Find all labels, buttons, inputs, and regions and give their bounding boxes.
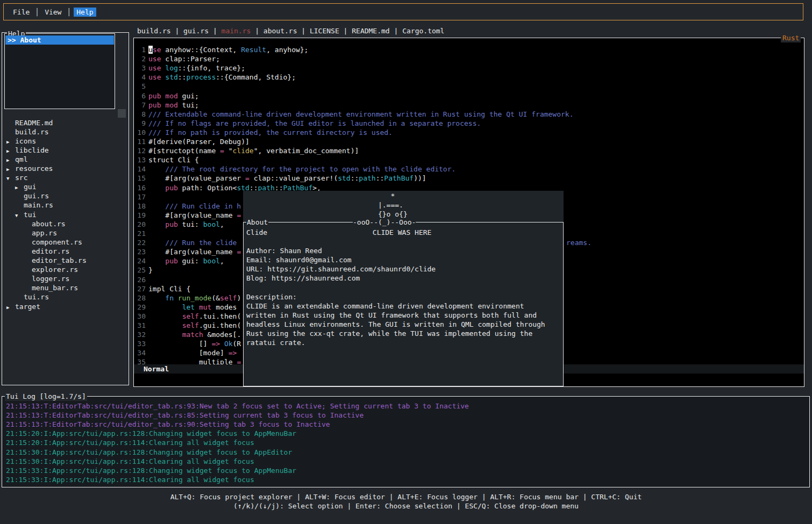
code-line[interactable]: 27impl Cli { <box>137 284 190 293</box>
tree-item-qml[interactable]: ▶qml <box>2 155 129 164</box>
code-line[interactable]: 5 <box>137 82 148 91</box>
line-number: 9 <box>137 119 146 128</box>
clide-tui: { "colors": { "page_bg": "#23272c", "edi… <box>0 0 812 524</box>
code-line[interactable]: 29 let mut modes <box>137 303 237 312</box>
tree-item-label: libclide <box>15 146 49 155</box>
code-line[interactable]: 3use log::{info, trace}; <box>137 63 245 73</box>
code-line[interactable]: 12#[structopt(name = "clide", verbatim_d… <box>137 146 359 155</box>
tab-README.md[interactable]: README.md <box>352 27 389 35</box>
code-line[interactable]: 15 #[arg(value_parser = clap::value_pars… <box>137 174 426 183</box>
tree-item-main.rs[interactable]: main.rs <box>2 200 129 210</box>
tab-LICENSE[interactable]: LICENSE <box>310 27 339 35</box>
code-line[interactable]: 17 <box>137 192 148 202</box>
code-line[interactable]: 18 /// Run clide in h <box>137 202 241 211</box>
tab-separator: | <box>297 27 309 35</box>
tree-item-target[interactable]: ▶target <box>2 302 129 311</box>
tree-item-label: editor.rs <box>32 247 69 256</box>
code-line[interactable]: 8/// Extendable command-line driven deve… <box>137 110 574 119</box>
tree-item-component.rs[interactable]: component.rs <box>2 238 129 247</box>
menu-item-help[interactable]: Help <box>74 8 96 17</box>
tree-item-label: gui <box>24 182 36 191</box>
line-number: 22 <box>137 238 146 247</box>
line-number: 19 <box>137 211 146 220</box>
tree-item-src[interactable]: ▼src <box>2 173 129 182</box>
code-line[interactable]: 30 self.tui.then( <box>137 312 241 321</box>
code-line[interactable]: 25} <box>137 265 153 275</box>
tree-item-README.md[interactable]: README.md <box>2 118 129 127</box>
log-entry: 21:15:30:I:App:src/tui/app.rs:114:Cleari… <box>6 457 254 466</box>
tree-item-label: resources <box>15 164 53 173</box>
ascii-art-border-row: -ooO--(_)--Ooo- <box>353 218 416 227</box>
shortcut-help-line-1: ALT+Q: Focus project explorer | ALT+W: F… <box>0 492 812 501</box>
tree-item-gui.rs[interactable]: gui.rs <box>2 191 129 200</box>
line-number: 33 <box>137 339 146 348</box>
code-line[interactable]: 9/// If no flags are provided, the GUI e… <box>137 119 481 128</box>
code-line[interactable]: 34 [mode] => <box>137 348 237 357</box>
code-line[interactable]: 7pub mod tui; <box>137 101 199 110</box>
line-number: 11 <box>137 137 146 146</box>
code-line[interactable]: 2use clap::Parser; <box>137 54 220 63</box>
explorer-scrollbar-thumb[interactable] <box>118 109 126 118</box>
tree-item-tui.rs[interactable]: tui.rs <box>2 292 129 302</box>
tree-item-label: main.rs <box>24 200 53 210</box>
help-dropdown-menu: Help >> About <box>4 33 115 109</box>
menu-item-view[interactable]: View <box>42 8 64 17</box>
code-line[interactable]: 10/// If no path is provided, the curren… <box>137 128 393 137</box>
code-line[interactable]: 22 /// Run the clide <box>137 238 237 247</box>
menu-item-file[interactable]: File <box>10 8 32 17</box>
code-line[interactable]: 23 #[arg(value_name = <box>137 247 241 256</box>
code-line[interactable]: 19 #[arg(value_name = <box>137 211 241 220</box>
dropdown-item-about[interactable]: >> About <box>5 35 114 45</box>
code-line[interactable]: 20 pub tui: bool, <box>137 220 224 229</box>
tree-item-about.rs[interactable]: about.rs <box>2 219 129 228</box>
tree-item-logger.rs[interactable]: logger.rs <box>2 274 129 283</box>
tab-separator: | <box>390 27 402 35</box>
tab-gui.rs[interactable]: gui.rs <box>183 27 209 35</box>
tree-item-tui[interactable]: ▼tui <box>2 210 129 219</box>
code-line[interactable]: 21 <box>137 229 148 238</box>
code-overflow-fragment: reams. <box>566 238 592 247</box>
tab-build.rs[interactable]: build.rs <box>137 27 171 35</box>
code-line[interactable]: 1use anyhow::{Context, Result, anyhow}; <box>137 45 308 54</box>
tab-main.rs[interactable]: main.rs <box>222 27 251 35</box>
line-number: 2 <box>137 54 146 63</box>
code-line[interactable]: 24 pub gui: bool, <box>137 256 224 265</box>
code-line[interactable]: 14 /// The root directory for the projec… <box>137 164 455 174</box>
code-line[interactable]: 33 [] => Ok(R <box>137 339 241 348</box>
tree-item-editor_tab.rs[interactable]: editor_tab.rs <box>2 256 129 265</box>
tree-item-label: target <box>15 302 40 311</box>
log-entry: 21:15:20:I:App:src/tui/app.rs:128:Changi… <box>6 429 296 438</box>
tree-item-label: app.rs <box>32 228 57 238</box>
code-line[interactable]: 28 fn run_mode(&self) <box>137 293 241 303</box>
tree-item-icons[interactable]: ▶icons <box>2 137 129 146</box>
tree-item-editor.rs[interactable]: editor.rs <box>2 247 129 256</box>
line-number: 20 <box>137 220 146 229</box>
tree-item-resources[interactable]: ▶resources <box>2 164 129 173</box>
tree-item-build.rs[interactable]: build.rs <box>2 127 129 137</box>
line-number: 13 <box>137 155 146 164</box>
code-line[interactable]: 4use std::process::{Command, Stdio}; <box>137 73 296 82</box>
code-line[interactable]: 31 self.gui.then( <box>137 321 241 330</box>
tree-item-label: build.rs <box>15 127 49 137</box>
line-number: 26 <box>137 275 146 284</box>
tree-item-gui[interactable]: ▶gui <box>2 182 129 191</box>
collapsed-arrow-icon[interactable]: ▶ <box>6 303 9 312</box>
code-line[interactable]: 6pub mod gui; <box>137 91 199 101</box>
tree-item-label: editor_tab.rs <box>32 256 87 265</box>
log-entry: 21:15:33:I:App:src/tui/app.rs:114:Cleari… <box>6 475 254 484</box>
code-line[interactable]: 32 match &modes[. <box>137 330 241 339</box>
tree-item-app.rs[interactable]: app.rs <box>2 228 129 238</box>
tab-about.rs[interactable]: about.rs <box>263 27 297 35</box>
tree-item-menu_bar.rs[interactable]: menu_bar.rs <box>2 283 129 292</box>
tree-item-explorer.rs[interactable]: explorer.rs <box>2 265 129 274</box>
code-line[interactable]: 26 <box>137 275 148 284</box>
log-entry: 21:15:20:I:App:src/tui/app.rs:114:Cleari… <box>6 438 254 447</box>
code-line[interactable]: 11#[derive(Parser, Debug)] <box>137 137 250 146</box>
tab-Cargo.toml[interactable]: Cargo.toml <box>402 27 444 35</box>
tree-item-libclide[interactable]: ▶libclide <box>2 146 129 155</box>
tree-item-label: component.rs <box>32 238 82 247</box>
code-line[interactable]: 13struct Cli { <box>137 155 199 164</box>
menu-separator: │ <box>32 8 42 16</box>
line-number: 14 <box>137 164 146 174</box>
line-number: 32 <box>137 330 146 339</box>
